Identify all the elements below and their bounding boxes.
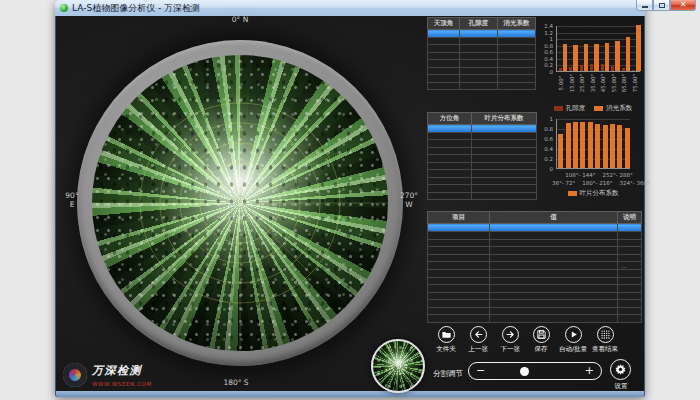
brand-site: WWW.WSEEN.COM — [92, 381, 152, 387]
table-row[interactable] — [428, 45, 536, 53]
table-row[interactable]: … — [428, 262, 642, 270]
view-results-button[interactable]: 查看结果 — [583, 326, 627, 354]
table-cell — [618, 292, 642, 300]
table-row[interactable] — [428, 177, 537, 185]
slider-minus-button[interactable]: − — [476, 364, 485, 377]
table-cell — [428, 162, 472, 170]
table-row[interactable] — [428, 132, 537, 140]
settings-button[interactable] — [610, 359, 631, 380]
table-cell — [428, 232, 490, 240]
table-row[interactable] — [428, 125, 537, 133]
table-row[interactable] — [428, 147, 537, 155]
table-cell — [472, 147, 537, 155]
table-cell — [428, 224, 490, 232]
chart-bar — [566, 123, 571, 168]
table-row[interactable] — [428, 239, 642, 247]
zenith-table-body — [428, 30, 536, 90]
table-cell — [428, 30, 460, 38]
table-cell — [460, 45, 498, 53]
table-row[interactable] — [428, 254, 642, 262]
title-bar[interactable]: LA-S植物图像分析仪 - 万深检测 — [55, 0, 645, 16]
table-cell — [460, 60, 498, 68]
chart-bar — [559, 68, 562, 71]
table-row[interactable] — [428, 170, 537, 178]
azimuth-table-body — [428, 125, 537, 200]
table-cell — [460, 67, 498, 75]
table-row[interactable] — [428, 315, 642, 323]
chart-bar — [595, 124, 600, 168]
table-cell — [428, 37, 460, 45]
table-row[interactable] — [428, 307, 642, 315]
table-row[interactable] — [428, 82, 536, 90]
segmentation-slider[interactable]: − + — [468, 362, 602, 380]
table-row[interactable] — [428, 162, 537, 170]
table-cell — [490, 315, 618, 323]
close-icon: ✕ — [680, 1, 687, 9]
table-row[interactable] — [428, 67, 536, 75]
table-cell — [498, 75, 536, 83]
table-row[interactable] — [428, 247, 642, 255]
table-row[interactable] — [428, 300, 642, 308]
table-cell — [618, 232, 642, 240]
table-cell — [490, 232, 618, 240]
slider-plus-button[interactable]: + — [585, 364, 594, 377]
table-cell — [490, 300, 618, 308]
table-cell — [490, 292, 618, 300]
maximize-button[interactable] — [653, 0, 670, 11]
table-cell — [618, 300, 642, 308]
table-row[interactable] — [428, 232, 642, 240]
table-row[interactable] — [428, 155, 537, 163]
slider-thumb[interactable] — [520, 367, 529, 376]
table-row[interactable] — [428, 270, 642, 278]
results-table: 项目 值 说明 …… — [427, 211, 642, 323]
play-icon — [568, 329, 579, 340]
table-row[interactable] — [428, 292, 642, 300]
table-cell — [618, 247, 642, 255]
table-cell — [428, 262, 490, 270]
table-cell — [618, 285, 642, 293]
azimuth-chart-legend: 叶片分布系数 — [540, 189, 646, 198]
table-row[interactable] — [428, 192, 537, 200]
table-cell — [618, 315, 642, 323]
minimize-button[interactable] — [636, 0, 653, 11]
chart-bar — [601, 64, 604, 71]
table-cell — [428, 185, 472, 193]
save-icon — [536, 329, 547, 340]
table-cell — [472, 140, 537, 148]
results-table-body: …… — [428, 224, 642, 323]
table-cell — [618, 254, 642, 262]
table-cell — [428, 52, 460, 60]
thumbnail-preview[interactable] — [371, 339, 425, 393]
table-row[interactable] — [428, 277, 642, 285]
chart-bar — [580, 65, 583, 71]
table-row[interactable] — [428, 52, 536, 60]
table-row[interactable] — [428, 75, 536, 83]
table-cell — [490, 307, 618, 315]
compass-west-label: 270°W — [398, 191, 420, 210]
table-cell — [428, 132, 472, 140]
app-icon — [60, 4, 68, 12]
table-cell — [618, 277, 642, 285]
chart-bar — [626, 37, 631, 71]
chart-bar — [625, 128, 630, 168]
table-row[interactable] — [428, 140, 537, 148]
table-row[interactable] — [428, 60, 536, 68]
table-row[interactable] — [428, 30, 536, 38]
arrow-right-icon — [505, 329, 516, 340]
table-cell: … — [618, 224, 642, 232]
chart-bar — [573, 122, 578, 168]
folder-icon — [441, 329, 452, 340]
table-row[interactable] — [428, 37, 536, 45]
table-row[interactable] — [428, 285, 642, 293]
table-cell — [428, 292, 490, 300]
table-cell — [460, 75, 498, 83]
close-button[interactable]: ✕ — [670, 0, 696, 11]
brand-logo-icon — [63, 363, 87, 387]
table-cell — [498, 82, 536, 90]
table-row[interactable] — [428, 185, 537, 193]
table-cell — [428, 239, 490, 247]
table-cell — [498, 37, 536, 45]
table-cell — [618, 239, 642, 247]
table-row[interactable]: … — [428, 224, 642, 232]
chart-bar — [580, 122, 585, 168]
